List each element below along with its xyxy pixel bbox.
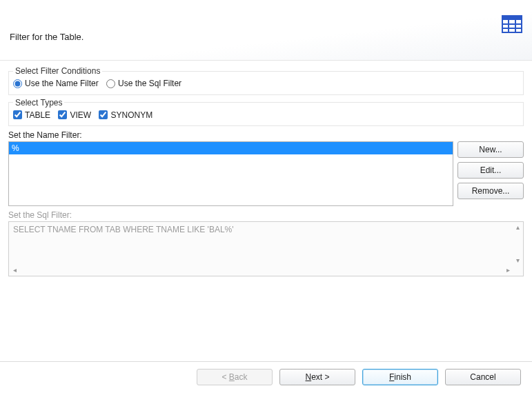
check-synonym-label[interactable]: SYNONYM [99, 110, 152, 120]
select-types-legend: Select Types [13, 98, 64, 108]
header-band: Filter for the Table. [0, 0, 532, 61]
name-filter-list[interactable]: % [8, 141, 453, 206]
sql-filter-label: Set the Sql Filter: [8, 210, 524, 220]
check-table[interactable] [13, 110, 22, 119]
svg-rect-1 [502, 16, 522, 20]
sql-filter-text: SELECT TNAME FROM TAB WHERE TNAME LIKE '… [13, 225, 512, 234]
back-mn: B [229, 372, 235, 382]
name-filter-item[interactable]: % [9, 142, 453, 154]
back-post: ack [235, 372, 248, 382]
check-table-text: TABLE [25, 110, 50, 120]
radio-name-filter-label[interactable]: Use the Name Filter [13, 79, 99, 88]
sql-filter-box: SELECT TNAME FROM TAB WHERE TNAME LIKE '… [8, 221, 524, 276]
scroll-down-icon: ▾ [513, 256, 522, 265]
table-icon [502, 15, 522, 33]
finish-button[interactable]: Finish [362, 369, 438, 385]
edit-button[interactable]: Edit... [457, 162, 524, 179]
check-view[interactable] [58, 110, 67, 119]
select-types-group: Select Types TABLE VIEW SYNONYM [8, 98, 524, 127]
finish-post: inish [394, 372, 411, 382]
remove-button[interactable]: Remove... [457, 183, 524, 199]
filter-conditions-group: Select Filter Conditions Use the Name Fi… [8, 66, 524, 95]
radio-sql-filter-text: Use the Sql Filter [118, 79, 181, 88]
next-mn: N [305, 372, 311, 382]
next-post: ext > [311, 372, 329, 382]
cancel-button[interactable]: Cancel [445, 369, 521, 385]
check-view-label[interactable]: VIEW [58, 110, 91, 120]
page-title: Filter for the Table. [10, 32, 83, 42]
radio-name-filter-text: Use the Name Filter [25, 79, 99, 88]
back-button: < Back [197, 369, 273, 385]
next-button[interactable]: Next > [279, 369, 355, 385]
radio-sql-filter[interactable] [106, 79, 115, 88]
new-button[interactable]: New... [457, 141, 524, 158]
check-view-text: VIEW [70, 110, 91, 120]
filter-conditions-legend: Select Filter Conditions [13, 66, 102, 76]
check-synonym-text: SYNONYM [110, 110, 152, 120]
back-pre: < [221, 372, 228, 382]
scroll-left-icon: ◂ [10, 266, 19, 274]
scroll-right-icon: ▸ [504, 266, 512, 274]
radio-name-filter[interactable] [13, 79, 22, 88]
wizard-footer: < Back Next > Finish Cancel [0, 361, 532, 395]
check-synonym[interactable] [99, 110, 108, 119]
radio-sql-filter-label[interactable]: Use the Sql Filter [106, 79, 181, 88]
check-table-label[interactable]: TABLE [13, 110, 50, 120]
scroll-up-icon: ▴ [513, 223, 522, 232]
name-filter-label: Set the Name Filter: [8, 130, 524, 140]
